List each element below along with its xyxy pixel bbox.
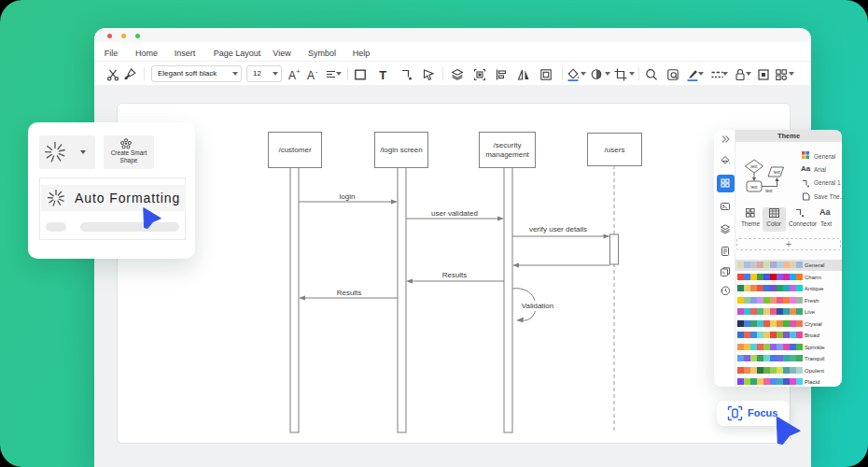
svg-text:user validated: user validated (431, 209, 478, 218)
svg-text:text: text (750, 164, 758, 169)
svg-text:/login screen: /login screen (380, 146, 422, 154)
svg-text:Validation: Validation (522, 302, 554, 310)
svg-text:-: - (315, 68, 318, 75)
svg-text:login: login (340, 192, 356, 201)
svg-text:/security: /security (494, 141, 522, 149)
svg-text:text: text (750, 185, 758, 190)
svg-text:+: + (297, 68, 301, 75)
svg-text:management: management (485, 150, 529, 159)
svg-text:text: text (774, 170, 781, 175)
svg-text:A: A (307, 69, 315, 82)
svg-text:h: h (722, 270, 725, 276)
svg-text:/customer: /customer (278, 146, 311, 154)
svg-text:text: text (765, 189, 773, 193)
svg-text:verify user details: verify user details (529, 225, 587, 234)
svg-text:A: A (288, 69, 296, 82)
svg-text:T: T (379, 68, 386, 82)
svg-text:/users: /users (605, 146, 625, 154)
svg-text:Results: Results (337, 289, 362, 297)
svg-text:Results: Results (442, 271, 468, 279)
